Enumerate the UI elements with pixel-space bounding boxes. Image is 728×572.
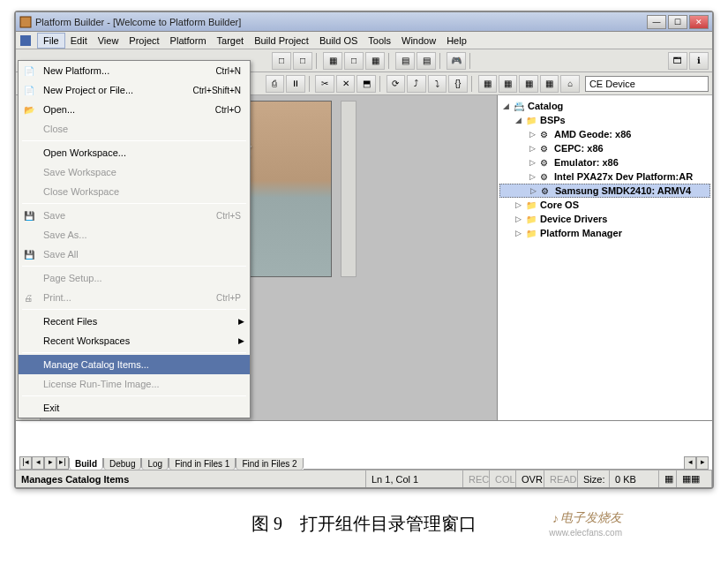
collapse-icon[interactable]: ◢ [503,102,514,110]
status-size-value: 0 KB [610,470,659,487]
menu-new-project[interactable]: 📄 New Project or File... Ctrl+Shift+N [19,80,250,100]
logo-icon: ♪ [552,511,559,525]
tab-nav-next[interactable]: ▸ [44,456,56,470]
menu-manage-catalog[interactable]: Manage Catalog Items... [19,355,250,374]
mdi-icon [19,34,32,47]
menu-save-workspace: Save Workspace [19,162,250,182]
menu-edit[interactable]: Edit [65,34,93,48]
expand-icon[interactable]: ▷ [515,229,526,237]
tool-btn[interactable]: ▦ [519,75,537,93]
output-panel: |◂ ◂ ▸ ▸| Build Debug Log Find in Files … [16,420,712,470]
collapse-icon[interactable]: ◢ [515,116,526,124]
menu-open[interactable]: 📂 Open... Ctrl+O [19,100,250,119]
tool-btn[interactable]: {} [448,75,467,93]
status-icon: ▦▦ [677,470,712,487]
tool-btn[interactable]: ✕ [336,75,355,93]
submenu-arrow-icon: ▶ [238,317,244,326]
minimize-button[interactable]: — [647,15,666,29]
preview-side [341,101,356,277]
tab-log[interactable]: Log [141,458,169,470]
tree-platform-manager[interactable]: ▷ 📁 Platform Manager [499,226,710,240]
watermark-url: www.elecfans.com [549,528,622,538]
menu-license: License Run-Time Image... [19,374,250,394]
bsp-icon: ⚙ [540,144,552,154]
tool-btn[interactable]: ▦ [478,75,497,93]
menu-target[interactable]: Target [212,34,250,48]
status-ovr: OVR [516,470,544,487]
menu-window[interactable]: Window [396,34,441,48]
expand-icon[interactable]: ▷ [515,200,526,209]
tool-btn[interactable]: ⤴ [407,75,425,93]
menu-build-os[interactable]: Build OS [314,34,363,48]
tool-btn[interactable]: ▦ [540,75,559,93]
menu-project[interactable]: Project [124,34,164,48]
tree-catalog[interactable]: ◢ 📇 Catalog [499,99,710,113]
bsp-icon: ⚙ [540,172,552,182]
device-combo[interactable] [585,76,709,92]
menu-open-workspace[interactable]: Open Workspace... [19,143,250,162]
window-controls: — ☐ ✕ [647,15,709,29]
menu-file[interactable]: File [37,33,65,49]
tree-device-drivers[interactable]: ▷ 📁 Device Drivers [499,212,710,226]
tool-btn[interactable]: ⤵ [428,75,447,93]
menu-view[interactable]: View [93,34,124,48]
menu-new-platform[interactable]: 📄 New Platform... Ctrl+N [19,61,250,80]
menu-exit[interactable]: Exit [19,398,250,418]
tab-debug[interactable]: Debug [103,458,141,470]
menu-recent-files[interactable]: Recent Files ▶ [19,312,250,331]
tool-btn[interactable]: ℹ [689,52,709,70]
tree-bsp-item[interactable]: ▷ ⚙ Intel PXA27x Dev Platform:AR [499,169,710,184]
tab-find2[interactable]: Find in Files 2 [236,458,303,470]
tool-btn[interactable]: 🎮 [447,52,466,70]
tool-btn[interactable]: ▦ [499,75,517,93]
menu-build-project[interactable]: Build Project [249,34,314,48]
statusbar: Manages Catalog Items Ln 1, Col 1 REC CO… [16,470,712,487]
tab-find1[interactable]: Find in Files 1 [169,458,236,470]
tab-scroll-right[interactable]: ▸ [696,456,709,470]
expand-icon[interactable]: ▷ [529,130,540,139]
expand-icon[interactable]: ▷ [529,144,540,153]
file-menu-dropdown: 📄 New Platform... Ctrl+N 📄 New Project o… [18,60,251,418]
catalog-icon: 📇 [514,102,526,111]
tool-btn[interactable]: □ [293,52,312,70]
tree-bsp-item[interactable]: ▷ ⚙ CEPC: x86 [499,141,710,155]
menu-tools[interactable]: Tools [363,34,396,48]
status-col: COL [490,470,516,487]
tool-btn[interactable]: 🗔 [668,52,687,70]
expand-icon[interactable]: ▷ [530,186,541,195]
print-icon: 🖨 [24,293,40,303]
tool-btn[interactable]: □ [272,52,291,70]
menu-save-all: 💾 Save All [19,245,250,264]
menu-platform[interactable]: Platform [165,34,212,48]
tree-bsps[interactable]: ◢ 📁 BSPs [499,113,710,127]
tool-btn[interactable]: ✂ [315,75,334,93]
output-tabs: |◂ ◂ ▸ ▸| Build Debug Log Find in Files … [19,454,709,470]
bsp-icon: ⚙ [540,158,552,168]
tab-nav-first[interactable]: |◂ [19,456,32,470]
tree-bsp-item[interactable]: ▷ ⚙ AMD Geode: x86 [499,127,710,141]
tool-btn[interactable]: ⟳ [387,75,405,93]
tab-scroll-left[interactable]: ◂ [684,456,696,470]
expand-icon[interactable]: ▷ [515,214,526,223]
tool-btn[interactable]: ▦ [323,52,342,70]
tool-btn[interactable]: ⌂ [560,75,579,93]
tab-nav-last[interactable]: ▸| [56,456,69,470]
expand-icon[interactable]: ▷ [529,172,540,181]
tool-btn[interactable]: ⏸ [286,75,304,93]
tree-core-os[interactable]: ▷ 📁 Core OS [499,198,710,212]
expand-icon[interactable]: ▷ [529,158,540,167]
tool-btn[interactable]: ⬒ [356,75,375,93]
tool-btn[interactable]: ▦ [365,52,385,70]
tool-btn[interactable]: ▤ [417,52,436,70]
maximize-button[interactable]: ☐ [668,15,687,29]
tree-bsp-item-selected[interactable]: ▷ ⚙ Samsung SMDK2410: ARMV4 [499,184,710,198]
tab-nav-prev[interactable]: ◂ [32,456,44,470]
tab-build[interactable]: Build [69,458,103,470]
tool-btn[interactable]: ⎙ [266,75,284,93]
menu-recent-workspaces[interactable]: Recent Workspaces ▶ [19,331,250,350]
close-button[interactable]: ✕ [689,15,709,29]
menu-help[interactable]: Help [441,34,472,48]
tree-bsp-item[interactable]: ▷ ⚙ Emulator: x86 [499,155,710,169]
tool-btn[interactable]: □ [344,52,364,70]
tool-btn[interactable]: ▤ [395,52,415,70]
